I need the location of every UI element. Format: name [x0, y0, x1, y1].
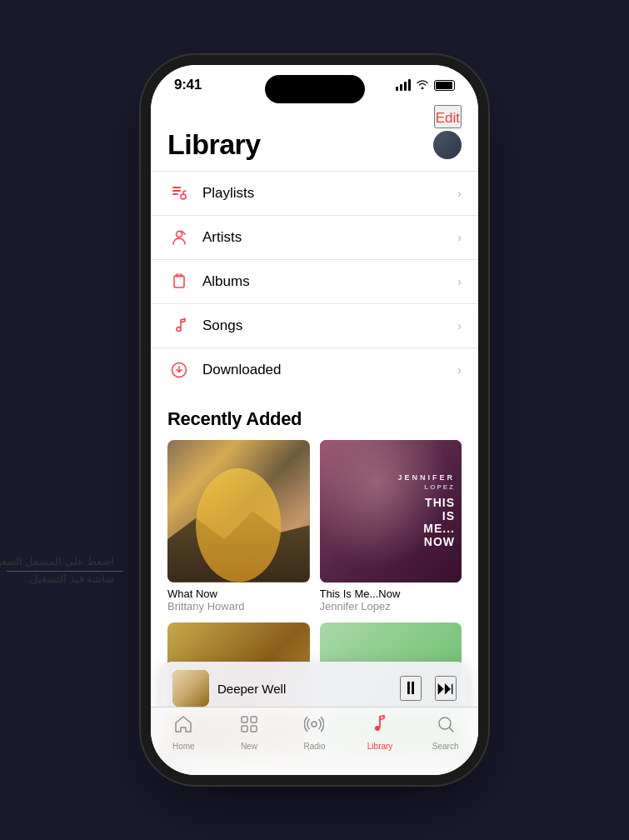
- page-title: Library: [167, 128, 261, 161]
- forward-button[interactable]: ⏭: [435, 676, 457, 701]
- home-tab-label: Home: [172, 742, 195, 751]
- new-tab-label: New: [241, 742, 257, 751]
- album-artwork-1: [167, 440, 310, 582]
- album-title-1: What Now: [167, 588, 310, 600]
- svg-rect-2: [172, 193, 178, 195]
- radio-tab-label: Radio: [303, 742, 325, 751]
- svg-rect-6: [174, 276, 184, 288]
- svg-point-14: [312, 722, 317, 727]
- library-item-songs[interactable]: Songs ›: [151, 304, 478, 348]
- playlist-icon: [167, 182, 191, 205]
- search-tab-label: Search: [432, 742, 459, 751]
- library-item-albums[interactable]: Albums ›: [151, 260, 478, 304]
- playlists-label: Playlists: [202, 185, 457, 202]
- library-item-artists[interactable]: Artists ›: [151, 216, 478, 260]
- search-icon: [436, 714, 456, 739]
- downloaded-label: Downloaded: [202, 362, 457, 378]
- tab-radio[interactable]: Radio: [282, 714, 347, 751]
- mini-player-info: Deeper Well: [217, 682, 392, 696]
- avatar[interactable]: [433, 131, 462, 159]
- tab-new[interactable]: New: [217, 714, 282, 751]
- svg-point-8: [177, 328, 181, 332]
- signal-icon: [396, 79, 411, 91]
- svg-point-4: [177, 232, 182, 238]
- status-icons: [396, 79, 455, 92]
- album-title-2: This Is Me...Now: [320, 588, 462, 600]
- album-artwork-2: JENNIFER LOPEZ THISISME...NOW: [320, 440, 462, 582]
- library-item-downloaded[interactable]: Downloaded ›: [151, 348, 478, 392]
- svg-rect-0: [172, 187, 181, 188]
- edit-button[interactable]: Edit: [434, 105, 462, 128]
- tab-library[interactable]: Library: [347, 714, 413, 751]
- new-icon: [239, 714, 259, 739]
- songs-icon: [167, 314, 191, 338]
- dynamic-island: [265, 75, 365, 103]
- svg-point-16: [439, 718, 451, 729]
- album-artist-1: Brittany Howard: [167, 600, 310, 612]
- album-card-this-is-me-now[interactable]: JENNIFER LOPEZ THISISME...NOW This Is Me…: [320, 440, 462, 612]
- battery-icon: [434, 80, 455, 91]
- songs-label: Songs: [202, 318, 457, 334]
- chevron-right-icon: ›: [457, 363, 462, 377]
- svg-rect-11: [251, 717, 257, 722]
- chevron-right-icon: ›: [457, 231, 462, 244]
- home-icon: [173, 714, 193, 739]
- album-card-what-now[interactable]: What Now Brittany Howard: [167, 440, 310, 612]
- status-time: 9:41: [174, 77, 202, 93]
- library-list: Playlists › Artists ›: [151, 161, 478, 392]
- recently-added-title: Recently Added: [151, 392, 478, 440]
- downloaded-icon: [167, 358, 191, 382]
- tab-bar: Home New: [151, 707, 478, 775]
- mini-player-controls: ⏸ ⏭: [400, 676, 457, 701]
- chevron-right-icon: ›: [457, 275, 462, 288]
- mini-player-title: Deeper Well: [217, 682, 392, 696]
- albums-icon: [167, 270, 191, 293]
- chevron-right-icon: ›: [457, 187, 462, 200]
- library-item-playlists[interactable]: Playlists ›: [151, 171, 478, 216]
- artists-label: Artists: [202, 229, 457, 246]
- radio-icon: [304, 714, 324, 739]
- play-pause-button[interactable]: ⏸: [400, 676, 422, 701]
- svg-rect-13: [251, 726, 257, 732]
- tab-home[interactable]: Home: [151, 714, 217, 751]
- annotation-text: اضغط على المشغل الصغير لفتح شاشة قيد الت…: [0, 553, 115, 588]
- library-tab-label: Library: [367, 742, 393, 751]
- tab-search[interactable]: Search: [412, 714, 478, 751]
- jennifer-text: JENNIFER LOPEZ THISISME...NOW: [397, 473, 455, 548]
- svg-rect-1: [172, 190, 181, 192]
- svg-point-3: [181, 194, 186, 199]
- wifi-icon: [416, 79, 429, 92]
- album-artist-2: Jennifer Lopez: [320, 600, 462, 612]
- library-icon: [370, 714, 390, 739]
- albums-label: Albums: [202, 273, 457, 290]
- chevron-right-icon: ›: [457, 319, 462, 332]
- svg-rect-12: [242, 726, 247, 732]
- svg-point-15: [375, 726, 380, 731]
- svg-rect-10: [242, 717, 247, 722]
- artists-icon: [167, 226, 191, 249]
- mini-player-artwork: [172, 670, 209, 707]
